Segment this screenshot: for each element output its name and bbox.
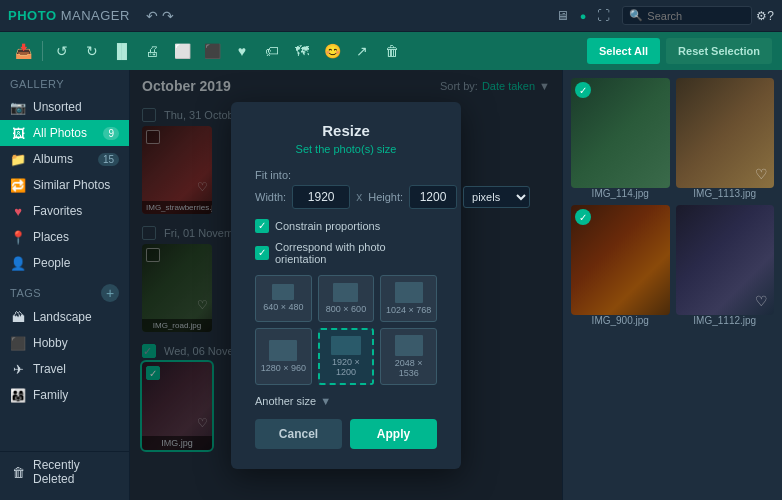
unit-select[interactable]: pixels percent cm inches: [463, 186, 530, 208]
face-icon[interactable]: 😊: [319, 38, 345, 64]
orientation-label: Correspond with photo orientation: [275, 241, 437, 265]
people-icon: 👤: [10, 255, 26, 271]
search-input[interactable]: [647, 10, 745, 22]
presets-grid: 640 × 480 800 × 600 1024 × 768 1280 × 96…: [255, 275, 437, 385]
redo-button[interactable]: ↷: [162, 8, 174, 24]
sidebar-label-people: People: [33, 256, 119, 270]
fullscreen-icon[interactable]: ⛶: [592, 5, 614, 27]
constrain-label: Constrain proportions: [275, 220, 380, 232]
width-input[interactable]: [292, 185, 350, 209]
preset-2048x1536[interactable]: 2048 × 1536: [380, 328, 437, 385]
sidebar-item-people[interactable]: 👤 People: [0, 250, 129, 276]
right-thumb-114[interactable]: ✓: [571, 78, 670, 188]
delete-icon[interactable]: 🗑: [379, 38, 405, 64]
landscape-icon: 🏔: [10, 309, 26, 325]
app-logo: PHOTO MANAGER: [8, 8, 130, 23]
orientation-row: ✓ Correspond with photo orientation: [255, 241, 437, 265]
right-row-2: ✓ IMG_900.jpg ♡ IMG_1112.jpg: [571, 205, 774, 326]
sidebar-label-family: Family: [33, 388, 119, 402]
gallery-section-label: Gallery: [0, 70, 129, 94]
select-all-button[interactable]: Select All: [587, 38, 660, 64]
right-heart-1112: ♡: [755, 293, 768, 309]
sidebar-item-recently-deleted[interactable]: 🗑 Recently Deleted: [0, 452, 129, 492]
sidebar: Gallery 📷 Unsorted 🖼 All Photos 9 📁 Albu…: [0, 70, 130, 500]
another-size-row[interactable]: Another size ▼: [255, 395, 437, 407]
sidebar-item-family[interactable]: 👨‍👩‍👧 Family: [0, 382, 129, 408]
trash-icon: 🗑: [10, 464, 26, 480]
sidebar-item-hobby[interactable]: ⬛ Hobby: [0, 330, 129, 356]
help-icon[interactable]: ?: [767, 9, 774, 23]
albums-count: 15: [98, 153, 119, 166]
add-tag-button[interactable]: +: [101, 284, 119, 302]
sidebar-item-travel[interactable]: ✈ Travel: [0, 356, 129, 382]
constrain-checkbox[interactable]: ✓: [255, 219, 269, 233]
rotate-left-icon[interactable]: ↺: [49, 38, 75, 64]
preset-1280x960[interactable]: 1280 × 960: [255, 328, 312, 385]
monitor-icon[interactable]: 🖥: [552, 5, 574, 27]
sidebar-label-all-photos: All Photos: [33, 126, 96, 140]
another-size-arrow-icon: ▼: [320, 395, 331, 407]
tags-section: Tags +: [0, 276, 129, 304]
all-photos-icon: 🖼: [10, 125, 26, 141]
rotate-right-icon[interactable]: ↻: [79, 38, 105, 64]
preset-1920x1200[interactable]: 1920 × 1200: [318, 328, 375, 385]
sidebar-label-unsorted: Unsorted: [33, 100, 119, 114]
reset-selection-button[interactable]: Reset Selection: [666, 38, 772, 64]
right-thumb-1112[interactable]: ♡: [676, 205, 775, 315]
dimension-row: Width: x Height: pixels percent cm inche…: [255, 185, 437, 209]
sidebar-item-similar-photos[interactable]: 🔁 Similar Photos: [0, 172, 129, 198]
resize-dialog: Resize Set the photo(s) size Fit into: W…: [231, 102, 461, 469]
right-thumb-1113[interactable]: ♡: [676, 78, 775, 188]
height-input[interactable]: [409, 185, 457, 209]
all-photos-count: 9: [103, 127, 119, 140]
sidebar-label-hobby: Hobby: [33, 336, 119, 350]
right-check-900: ✓: [575, 209, 591, 225]
right-thumb-900[interactable]: ✓: [571, 205, 670, 315]
right-row-1: ✓ IMG_114.jpg ♡ IMG_1113.jpg: [571, 78, 774, 199]
undo-button[interactable]: ↶: [146, 8, 158, 24]
resize-icon[interactable]: ⬛: [199, 38, 225, 64]
preset-640x480[interactable]: 640 × 480: [255, 275, 312, 322]
sidebar-label-travel: Travel: [33, 362, 119, 376]
print-icon[interactable]: 🖨: [139, 38, 165, 64]
height-label: Height:: [368, 191, 403, 203]
settings-icon[interactable]: ⚙: [756, 9, 767, 23]
adjust-icon[interactable]: ▐▌: [109, 38, 135, 64]
preset-1024x768[interactable]: 1024 × 768: [380, 275, 437, 322]
sidebar-item-albums[interactable]: 📁 Albums 15: [0, 146, 129, 172]
right-thumb-114-wrapper: ✓ IMG_114.jpg: [571, 78, 670, 199]
copy-icon[interactable]: ⬜: [169, 38, 195, 64]
right-heart-1113: ♡: [755, 166, 768, 182]
similar-photos-icon: 🔁: [10, 177, 26, 193]
right-label-900: IMG_900.jpg: [571, 315, 670, 326]
apply-button[interactable]: Apply: [350, 419, 437, 449]
content-area: October 2019 Sort by: Date taken ▼ Thu, …: [130, 70, 562, 500]
import-icon[interactable]: 📥: [10, 38, 36, 64]
cancel-button[interactable]: Cancel: [255, 419, 342, 449]
dialog-subtitle: Set the photo(s) size: [255, 143, 437, 155]
hobby-icon: ⬛: [10, 335, 26, 351]
right-thumb-1112-wrapper: ♡ IMG_1112.jpg: [676, 205, 775, 326]
sidebar-label-landscape: Landscape: [33, 310, 119, 324]
tag-icon[interactable]: 🏷: [259, 38, 285, 64]
sidebar-item-places[interactable]: 📍 Places: [0, 224, 129, 250]
top-bar-icons: 🖥 ● ⛶: [552, 5, 615, 27]
sidebar-label-similar-photos: Similar Photos: [33, 178, 119, 192]
share-icon[interactable]: ↗: [349, 38, 375, 64]
dimension-separator: x: [356, 190, 362, 204]
sidebar-bottom: 🗑 Recently Deleted: [0, 451, 129, 492]
sidebar-item-favorites[interactable]: ♥ Favorites: [0, 198, 129, 224]
travel-icon: ✈: [10, 361, 26, 377]
right-label-114: IMG_114.jpg: [571, 188, 670, 199]
sidebar-item-unsorted[interactable]: 📷 Unsorted: [0, 94, 129, 120]
heart-icon[interactable]: ♥: [229, 38, 255, 64]
right-panel: ✓ IMG_114.jpg ♡ IMG_1113.jpg ✓ IMG_900.j…: [562, 70, 782, 500]
preset-800x600[interactable]: 800 × 600: [318, 275, 375, 322]
orientation-checkbox[interactable]: ✓: [255, 246, 269, 260]
sidebar-item-landscape[interactable]: 🏔 Landscape: [0, 304, 129, 330]
top-bar: PHOTO MANAGER ↶ ↷ 🖥 ● ⛶ 🔍 ⚙ ?: [0, 0, 782, 32]
sidebar-item-all-photos[interactable]: 🖼 All Photos 9: [0, 120, 129, 146]
map-icon[interactable]: 🗺: [289, 38, 315, 64]
another-size-label: Another size: [255, 395, 316, 407]
sidebar-label-albums: Albums: [33, 152, 91, 166]
